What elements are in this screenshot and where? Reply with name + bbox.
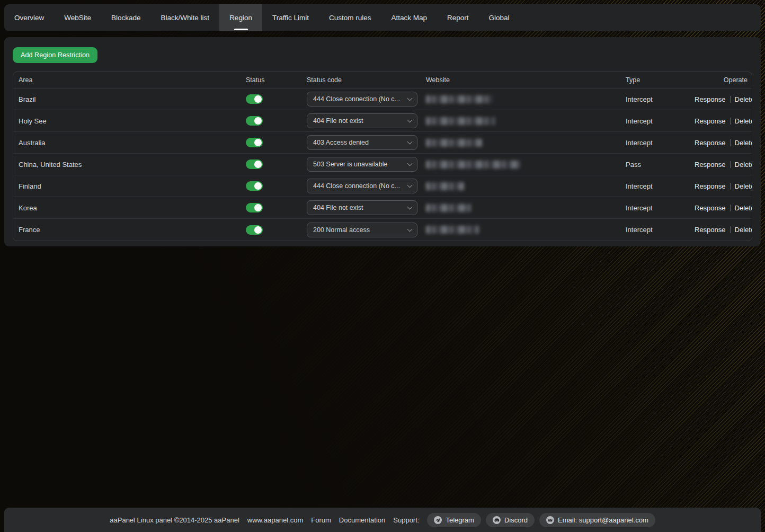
status-code-select[interactable]: 404 File not exist <box>307 113 417 128</box>
status-code-cell: 404 File not exist <box>307 113 426 128</box>
status-cell <box>246 203 307 212</box>
table-row: France200 Normal accessInterceptResponse… <box>13 219 752 241</box>
response-link[interactable]: Response <box>695 226 726 234</box>
column-header-website: Website <box>426 76 626 84</box>
type-cell: Intercept <box>626 139 695 147</box>
status-cell <box>246 181 307 191</box>
status-code-select[interactable]: 404 File not exist <box>307 200 417 215</box>
status-cell <box>246 116 307 126</box>
delete-link[interactable]: Delete <box>735 95 752 103</box>
tab-traffic-limit[interactable]: Traffic Limit <box>262 4 319 31</box>
discord-icon <box>493 516 501 524</box>
tab-attack-map[interactable]: Attack Map <box>381 4 437 31</box>
add-region-restriction-button[interactable]: Add Region Restriction <box>13 47 97 63</box>
website-cell <box>426 161 626 169</box>
status-toggle[interactable] <box>246 181 263 191</box>
support-buttons: Telegram Discord Email: support@aapanel.… <box>427 513 655 527</box>
discord-button[interactable]: Discord <box>486 513 535 527</box>
status-code-cell: 404 File not exist <box>307 200 426 215</box>
status-code-value: 444 Close connection (No c... <box>313 182 405 190</box>
area-cell: France <box>13 226 246 234</box>
divider <box>730 205 731 211</box>
status-code-value: 444 Close connection (No c... <box>313 95 405 103</box>
column-header-status-code: Status code <box>307 76 426 84</box>
column-header-operate: Operate <box>695 76 752 84</box>
delete-link[interactable]: Delete <box>735 139 752 147</box>
discord-label: Discord <box>504 516 528 524</box>
column-header-area: Area <box>13 76 246 84</box>
type-cell: Intercept <box>626 117 695 125</box>
footer-link-documentation[interactable]: Documentation <box>339 516 385 524</box>
operate-cell: ResponseDelete <box>695 117 752 125</box>
column-header-status: Status <box>246 76 307 84</box>
status-toggle[interactable] <box>246 94 263 104</box>
toggle-knob <box>254 226 262 234</box>
footer-link-forum[interactable]: Forum <box>311 516 331 524</box>
response-link[interactable]: Response <box>695 95 726 103</box>
status-code-select[interactable]: 444 Close connection (No c... <box>307 92 417 107</box>
response-link[interactable]: Response <box>695 161 726 169</box>
delete-link[interactable]: Delete <box>735 161 752 169</box>
tab-overview[interactable]: Overview <box>4 4 54 31</box>
table-header: Area Status Status code Website Type Ope… <box>13 72 752 88</box>
tab-black-white-list[interactable]: Black/White list <box>151 4 220 31</box>
email-button[interactable]: Email: support@aapanel.com <box>539 513 655 527</box>
toggle-knob <box>254 182 262 190</box>
divider <box>730 226 731 233</box>
delete-link[interactable]: Delete <box>735 117 752 125</box>
telegram-icon <box>434 516 442 524</box>
operate-cell: ResponseDelete <box>695 161 752 169</box>
status-code-select[interactable]: 503 Server is unavailable <box>307 157 417 172</box>
status-code-select[interactable]: 444 Close connection (No c... <box>307 179 417 193</box>
status-cell <box>246 159 307 169</box>
response-link[interactable]: Response <box>695 204 726 212</box>
toggle-knob <box>254 117 262 125</box>
tab-website[interactable]: WebSite <box>54 4 101 31</box>
copyright-text: aaPanel Linux panel ©2014-2025 aaPanel <box>110 516 239 524</box>
email-label: Email: support@aapanel.com <box>558 516 648 524</box>
status-toggle[interactable] <box>246 116 263 126</box>
website-cell <box>426 139 626 147</box>
status-code-select[interactable]: 200 Normal access <box>307 223 417 237</box>
area-cell: Korea <box>13 204 246 212</box>
table-row: Korea404 File not existInterceptResponse… <box>13 197 752 219</box>
table-body: Brazil444 Close connection (No c...Inter… <box>13 88 752 241</box>
delete-link[interactable]: Delete <box>735 204 752 212</box>
operate-cell: ResponseDelete <box>695 139 752 147</box>
chevron-down-icon <box>407 96 413 101</box>
status-code-value: 403 Access denied <box>313 139 405 146</box>
tab-blockade[interactable]: Blockade <box>101 4 151 31</box>
status-code-select[interactable]: 403 Access denied <box>307 135 417 150</box>
website-cell <box>426 95 626 103</box>
response-link[interactable]: Response <box>695 139 726 147</box>
website-redacted <box>426 182 464 190</box>
tab-region[interactable]: Region <box>219 4 262 31</box>
tab-custom-rules[interactable]: Custom rules <box>319 4 381 31</box>
status-toggle[interactable] <box>246 159 263 169</box>
status-toggle[interactable] <box>246 203 263 212</box>
column-header-type: Type <box>626 76 695 84</box>
status-toggle[interactable] <box>246 225 263 235</box>
status-cell <box>246 138 307 147</box>
website-cell <box>426 226 626 234</box>
tab-global[interactable]: Global <box>479 4 520 31</box>
response-link[interactable]: Response <box>695 182 726 190</box>
footer-link-website[interactable]: www.aapanel.com <box>247 516 304 524</box>
table-row: Australia403 Access deniedInterceptRespo… <box>13 132 752 154</box>
status-code-value: 404 File not exist <box>313 117 405 125</box>
website-redacted <box>426 204 472 212</box>
divider <box>730 183 731 190</box>
delete-link[interactable]: Delete <box>735 226 752 234</box>
tab-report[interactable]: Report <box>437 4 479 31</box>
operate-cell: ResponseDelete <box>695 204 752 212</box>
region-table: Area Status Status code Website Type Ope… <box>13 72 752 241</box>
chevron-down-icon <box>407 139 413 145</box>
toggle-knob <box>254 204 262 211</box>
delete-link[interactable]: Delete <box>735 182 752 190</box>
area-cell: Australia <box>13 139 246 147</box>
status-toggle[interactable] <box>246 138 263 147</box>
telegram-button[interactable]: Telegram <box>427 513 481 527</box>
area-cell: Finland <box>13 182 246 190</box>
status-code-cell: 444 Close connection (No c... <box>307 179 426 193</box>
response-link[interactable]: Response <box>695 117 726 125</box>
